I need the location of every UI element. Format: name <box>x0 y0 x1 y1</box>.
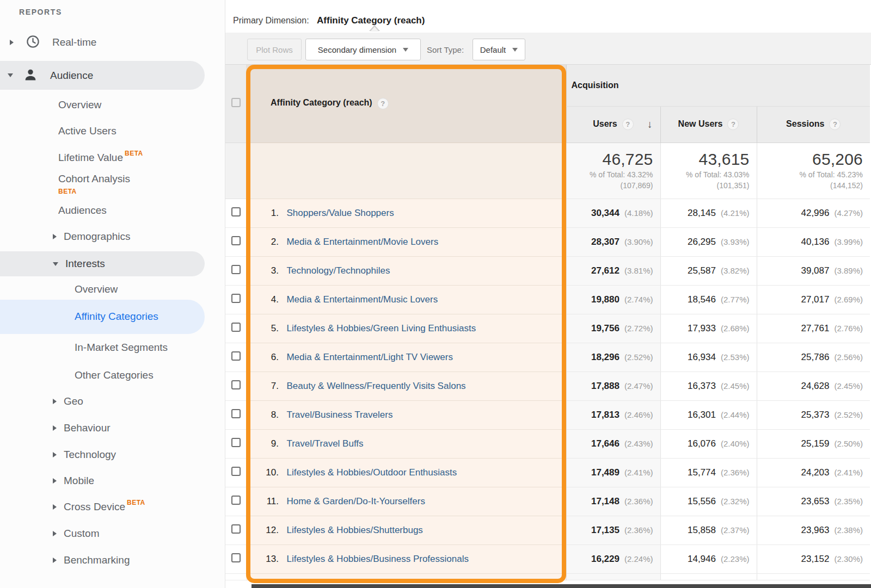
report-table: Affinity Category (reach)? Acquisition U… <box>225 65 870 580</box>
new-users-cell: 15,774(2.36%) <box>660 458 757 487</box>
chevron-down-icon[interactable] <box>8 73 13 77</box>
new-users-cell: 14,946(2.23%) <box>660 544 757 573</box>
sidebar-item-audience[interactable]: Audience <box>0 61 205 90</box>
sidebar-item-in-market-segments[interactable]: In-Market Segments <box>0 333 205 362</box>
new-users-cell: 28,145(4.21%) <box>660 199 757 227</box>
sidebar-item-benchmarking[interactable]: Benchmarking <box>0 549 205 571</box>
reports-section-label: REPORTS <box>19 8 62 16</box>
help-icon[interactable]: ? <box>377 98 389 109</box>
sidebar-item-demographics[interactable]: Demographics <box>0 226 205 247</box>
table-row: 6. Media & Entertainment/Light TV Viewer… <box>225 343 870 372</box>
sidebar-item-custom[interactable]: Custom <box>0 523 205 544</box>
sidebar-item-behaviour[interactable]: Behaviour <box>0 417 205 439</box>
table-row: 3. Technology/Technophiles 27,612(3.81%)… <box>225 256 870 285</box>
chevron-down-icon <box>403 48 408 52</box>
plot-rows-button[interactable]: Plot Rows <box>247 39 302 60</box>
category-link[interactable]: Technology/Technophiles <box>286 265 390 276</box>
row-checkbox[interactable] <box>231 265 241 274</box>
users-cell: 30,344(4.18%) <box>566 199 660 227</box>
new-users-column-header[interactable]: New Users? <box>660 106 757 143</box>
chevron-right-icon[interactable] <box>53 478 57 484</box>
sidebar-item-interests[interactable]: Interests <box>0 251 205 276</box>
sidebar-item-cohort-analysis[interactable]: Cohort Analysis BETA <box>0 170 205 199</box>
chevron-right-icon[interactable] <box>53 399 57 404</box>
users-cell: 28,307(3.90%) <box>566 227 660 256</box>
help-icon[interactable]: ? <box>727 119 739 130</box>
row-checkbox[interactable] <box>231 409 241 418</box>
row-rank: 9. <box>261 438 279 449</box>
sidebar-item-label: Audience <box>50 70 93 82</box>
row-checkbox[interactable] <box>231 496 241 505</box>
row-rank: 2. <box>261 237 279 247</box>
row-checkbox[interactable] <box>231 553 241 562</box>
row-checkbox[interactable] <box>231 524 241 534</box>
row-checkbox[interactable] <box>231 351 241 361</box>
category-link[interactable]: Beauty & Wellness/Frequently Visits Salo… <box>286 381 465 391</box>
sidebar-item-active-users[interactable]: Active Users <box>0 120 205 142</box>
chevron-right-icon[interactable] <box>53 558 57 563</box>
sidebar-item-affinity-categories[interactable]: Affinity Categories <box>0 300 205 334</box>
users-cell: 17,888(2.47%) <box>566 372 660 400</box>
sort-type-dropdown[interactable]: Default <box>473 39 525 60</box>
primary-dimension-value[interactable]: Affinity Category (reach) <box>317 15 425 26</box>
table-row: 10. Lifestyles & Hobbies/Outdoor Enthusi… <box>225 458 870 487</box>
category-link[interactable]: Lifestyles & Hobbies/Outdoor Enthusiasts <box>286 467 457 478</box>
category-link[interactable]: Media & Entertainment/Movie Lovers <box>286 237 438 247</box>
chevron-right-icon[interactable] <box>53 452 57 457</box>
row-checkbox[interactable] <box>231 207 241 216</box>
sidebar-item-lifetime-value[interactable]: Lifetime Value BETA <box>0 146 205 169</box>
row-checkbox[interactable] <box>231 323 241 332</box>
row-checkbox[interactable] <box>231 467 241 476</box>
category-link[interactable]: Travel/Travel Buffs <box>286 438 363 449</box>
chevron-down-icon[interactable] <box>53 262 58 266</box>
row-rank: 12. <box>261 525 279 536</box>
dimension-column-header[interactable]: Affinity Category (reach)? <box>246 65 566 143</box>
sidebar-item-overview[interactable]: Overview <box>0 94 205 116</box>
sidebar-item-cross-device[interactable]: Cross Device BETA <box>0 496 205 518</box>
sessions-cell: 24,203(2.41%) <box>757 458 870 487</box>
chevron-right-icon[interactable] <box>53 531 57 536</box>
sidebar-item-geo[interactable]: Geo <box>0 391 205 412</box>
sidebar-item-mobile[interactable]: Mobile <box>0 470 205 492</box>
clock-icon <box>26 34 40 51</box>
chevron-right-icon[interactable] <box>53 504 57 510</box>
category-link[interactable]: Shoppers/Value Shoppers <box>286 208 394 218</box>
users-cell: 17,646(2.43%) <box>566 429 660 458</box>
chevron-right-icon[interactable] <box>53 234 57 239</box>
sessions-cell: 25,786(2.56%) <box>757 343 870 372</box>
ga-affinity-categories-report: REPORTS Real-time Audience Overview Acti… <box>0 0 871 588</box>
chevron-right-icon[interactable] <box>53 425 57 431</box>
person-icon <box>23 67 38 84</box>
new-users-cell: 17,933(2.68%) <box>660 314 757 343</box>
category-link[interactable]: Media & Entertainment/Light TV Viewers <box>286 352 453 362</box>
sort-descending-icon[interactable]: ↓ <box>647 119 653 131</box>
users-cell: 17,148(2.36%) <box>566 487 660 516</box>
sidebar-item-technology[interactable]: Technology <box>0 444 205 466</box>
help-icon[interactable]: ? <box>829 119 841 130</box>
sessions-cell: 23,963(2.38%) <box>757 516 870 544</box>
sessions-column-header[interactable]: Sessions? <box>757 106 870 143</box>
category-link[interactable]: Home & Garden/Do-It-Yourselfers <box>286 496 425 506</box>
row-checkbox[interactable] <box>231 236 241 245</box>
row-checkbox[interactable] <box>231 438 241 447</box>
sidebar-item-audiences[interactable]: Audiences <box>0 200 205 221</box>
table-row: 4. Media & Entertainment/Music Lovers 19… <box>225 285 870 314</box>
category-link[interactable]: Lifestyles & Hobbies/Green Living Enthus… <box>286 323 476 333</box>
secondary-dimension-dropdown[interactable]: Secondary dimension <box>305 39 421 60</box>
users-column-header[interactable]: Users? ↓ <box>566 106 660 143</box>
sidebar-item-other-categories[interactable]: Other Categories <box>0 364 205 386</box>
category-link[interactable]: Lifestyles & Hobbies/Shutterbugs <box>286 525 422 535</box>
chevron-right-icon[interactable] <box>10 40 14 45</box>
row-checkbox[interactable] <box>231 294 241 303</box>
sidebar-item-real-time[interactable]: Real-time <box>0 32 205 53</box>
select-all-checkbox[interactable] <box>231 98 241 107</box>
category-link[interactable]: Travel/Business Travelers <box>286 410 392 420</box>
row-rank: 4. <box>261 294 279 305</box>
row-rank: 11. <box>261 496 279 507</box>
category-link[interactable]: Media & Entertainment/Music Lovers <box>286 294 438 305</box>
help-icon[interactable]: ? <box>622 119 634 130</box>
row-checkbox[interactable] <box>231 380 241 389</box>
category-link[interactable]: Lifestyles & Hobbies/Business Profession… <box>286 554 469 564</box>
sidebar-item-interests-overview[interactable]: Overview <box>0 278 205 300</box>
select-all-cell <box>225 65 246 143</box>
